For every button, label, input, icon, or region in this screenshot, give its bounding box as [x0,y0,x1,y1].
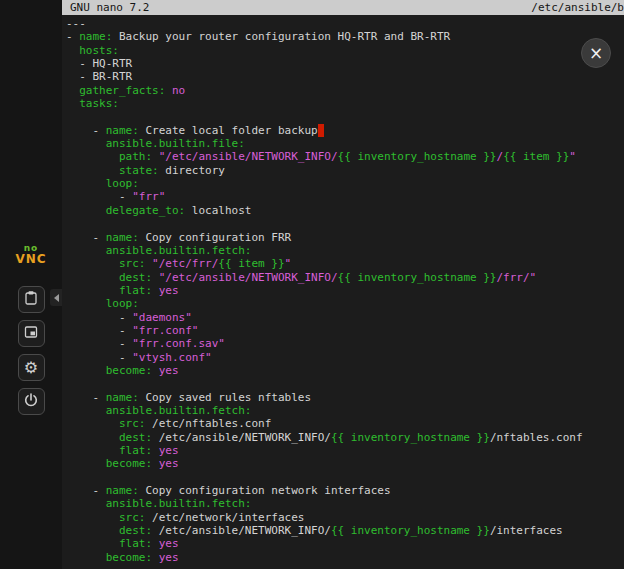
editor-line: src: /etc/nftables.conf [66,417,624,430]
editor-line: delegate_to: localhost [66,204,624,217]
editor-line: hosts: [66,44,624,57]
clipboard-button[interactable] [18,286,45,313]
power-button[interactable] [18,388,45,415]
editor-line: dest: /etc/ansible/NETWORK_INFO/{{ inven… [66,431,624,444]
editor-line: become: yes [66,457,624,470]
close-button[interactable]: × [581,38,611,68]
editor-line: - name: Create local folder backup [66,124,624,137]
editor-line: - name: Copy configuration FRR [66,231,624,244]
editor-line: gather_facts: no [66,84,624,97]
editor-line [66,471,624,484]
editor-line: tasks: [66,97,624,110]
settings-button[interactable]: ⚙ [18,354,45,381]
editor-line: - HQ-RTR [66,57,624,70]
nano-app-title: GNU nano 7.2 [70,0,149,15]
editor-line: ansible.builtin.file: [66,137,624,150]
editor-line: - "frr" [66,190,624,203]
novnc-logo: no VNC [0,244,62,266]
editor-line: ansible.builtin.fetch: [66,497,624,510]
editor-line: - name: Copy saved rules nftables [66,391,624,404]
control-bar-collapse-handle[interactable] [50,289,62,306]
editor-line [66,377,624,390]
editor-line [66,217,624,230]
editor-line: src: /etc/network/interfaces [66,511,624,524]
nano-file-path: /etc/ansible/b [531,0,624,15]
editor-line: become: yes [66,364,624,377]
editor-line: flat: yes [66,537,624,550]
chevron-left-icon [54,294,59,302]
editor-line: loop: [66,177,624,190]
clipboard-icon [23,290,39,310]
fullscreen-icon [23,324,39,344]
editor-line: loop: [66,297,624,310]
editor-line: ansible.builtin.fetch: [66,244,624,257]
editor-area[interactable]: ---- name: Backup your router configurat… [62,15,624,564]
vnc-control-bar: no VNC ⚙ [0,0,62,569]
editor-line: - name: Copy configuration network inter… [66,484,624,497]
novnc-logo-bottom: VNC [0,253,62,266]
editor-line [66,110,624,123]
editor-line: - BR-RTR [66,70,624,83]
text-cursor [318,124,325,137]
editor-lines: ---- name: Backup your router configurat… [66,17,624,564]
close-icon: × [589,43,603,63]
editor-line: - "frr.conf" [66,324,624,337]
editor-line: - "frr.conf.sav" [66,337,624,350]
gear-icon: ⚙ [24,360,38,376]
editor-line: path: "/etc/ansible/NETWORK_INFO/{{ inve… [66,150,624,163]
editor-line: state: directory [66,164,624,177]
editor-line: flat: yes [66,444,624,457]
editor-line: --- [66,17,624,30]
editor-line: - "daemons" [66,311,624,324]
editor-line: - "vtysh.conf" [66,351,624,364]
editor-line: become: yes [66,551,624,564]
fullscreen-button[interactable] [18,320,45,347]
editor-line: - name: Backup your router configuration… [66,30,624,43]
editor-line: flat: yes [66,284,624,297]
editor-line: dest: "/etc/ansible/NETWORK_INFO/{{ inve… [66,271,624,284]
terminal-window: GNU nano 7.2 /etc/ansible/b ---- name: B… [62,0,624,569]
nano-titlebar: GNU nano 7.2 /etc/ansible/b [62,0,624,15]
editor-line: ansible.builtin.fetch: [66,404,624,417]
power-icon [23,392,39,412]
editor-line: dest: /etc/ansible/NETWORK_INFO/{{ inven… [66,524,624,537]
editor-line: src: "/etc/frr/{{ item }}" [66,257,624,270]
